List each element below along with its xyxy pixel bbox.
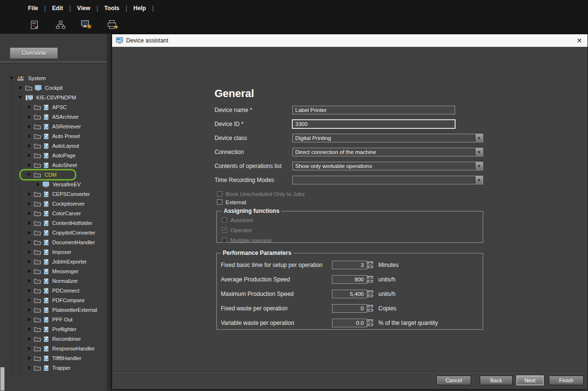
- collapse-arrow-icon[interactable]: [27, 114, 31, 119]
- tree-item-autosheet[interactable]: AutoSheet: [27, 160, 106, 170]
- tree-item-cepsconverter[interactable]: CEPSConverter: [27, 189, 106, 199]
- tree-item-recombiner[interactable]: Recombiner: [27, 334, 106, 344]
- spinner-up-icon[interactable]: ▲: [367, 304, 374, 309]
- collapse-arrow-icon[interactable]: [27, 298, 31, 303]
- tree-item-auto-preset[interactable]: Auto Preset: [27, 131, 106, 141]
- tree-item-contenthotfolder[interactable]: ContentHotfolder: [27, 218, 106, 228]
- tree-item-autolayout[interactable]: AutoLayout: [27, 141, 106, 151]
- scrollbar-thumb[interactable]: [0, 367, 5, 391]
- menu-edit[interactable]: Edit: [52, 5, 63, 12]
- spinner-down-icon[interactable]: ▼: [367, 265, 374, 270]
- maximum-production-speed-input[interactable]: 5,400: [332, 290, 367, 298]
- cancel-button[interactable]: Cancel: [436, 376, 471, 385]
- collapse-arrow-icon[interactable]: [27, 105, 31, 110]
- collapse-arrow-icon[interactable]: [27, 336, 31, 341]
- chevron-down-icon[interactable]: ▼: [475, 134, 483, 142]
- collapse-arrow-icon[interactable]: [36, 182, 40, 187]
- collapse-arrow-icon[interactable]: [27, 240, 31, 245]
- collapse-arrow-icon[interactable]: [27, 211, 31, 216]
- tree-item-pdfcompare[interactable]: PDFCompare: [27, 295, 106, 305]
- collapse-arrow-icon[interactable]: [27, 230, 31, 235]
- collapse-arrow-icon[interactable]: [27, 307, 31, 312]
- device-class-select[interactable]: Digital Printing▼: [292, 134, 483, 142]
- collapse-arrow-icon[interactable]: [27, 288, 31, 293]
- spinner-down-icon[interactable]: ▼: [367, 309, 374, 313]
- tree-item-jobimexporter[interactable]: JobImExporter: [27, 257, 106, 266]
- menu-tools[interactable]: Tools: [104, 5, 119, 12]
- device-id-input[interactable]: 3300: [292, 120, 455, 128]
- collapse-arrow-icon[interactable]: [27, 163, 31, 168]
- collapse-arrow-icon[interactable]: [27, 259, 31, 264]
- tree-item-documenthandler[interactable]: DocumentHandler: [27, 237, 106, 247]
- connection-select[interactable]: Direct connection of the machine▼: [292, 148, 483, 156]
- spinner-up-icon[interactable]: ▲: [367, 319, 374, 323]
- collapse-arrow-icon[interactable]: [27, 250, 31, 254]
- expand-arrow-icon[interactable]: [18, 95, 23, 100]
- tree-item-messenger[interactable]: Messenger: [27, 266, 106, 276]
- spinner-up-icon[interactable]: ▲: [367, 275, 374, 280]
- tree-item-autopage[interactable]: AutoPage: [27, 151, 106, 160]
- process-overview-icon[interactable]: [54, 19, 67, 30]
- collapse-arrow-icon[interactable]: [27, 153, 31, 158]
- collapse-arrow-icon[interactable]: [27, 134, 31, 139]
- average-production-speed-input[interactable]: 800: [332, 275, 367, 284]
- time-recording-modes-select[interactable]: ▼: [292, 176, 483, 184]
- tree-item-normalizer[interactable]: Normalizer: [27, 276, 106, 286]
- tree-item-asretriever[interactable]: ASRetriever: [27, 122, 106, 131]
- tree-item-cdm[interactable]: CDM: [27, 170, 106, 180]
- tree-item-system[interactable]: System: [10, 73, 106, 83]
- collapse-arrow-icon[interactable]: [27, 124, 31, 129]
- operations-list-contents-select[interactable]: Show only workable operations▼: [292, 162, 483, 170]
- collapse-arrow-icon[interactable]: [27, 356, 31, 361]
- fixed-basic-time-input[interactable]: 3: [332, 261, 367, 269]
- collapse-arrow-icon[interactable]: [27, 365, 31, 370]
- tree-item-kie-c6vpndpm[interactable]: KIE-C6VPNDPM: [18, 93, 106, 102]
- collapse-arrow-icon[interactable]: [27, 346, 31, 351]
- collapse-arrow-icon[interactable]: [27, 269, 31, 274]
- collapse-arrow-icon[interactable]: [27, 192, 31, 196]
- menu-file[interactable]: File: [28, 5, 38, 12]
- tree-item-cockpit[interactable]: Cockpit: [18, 83, 106, 93]
- printer-settings-icon[interactable]: [106, 19, 119, 30]
- spinner-up-icon[interactable]: ▲: [367, 290, 374, 294]
- tab-overview[interactable]: Overview: [10, 47, 58, 59]
- collapse-arrow-icon[interactable]: [27, 143, 31, 148]
- collapse-arrow-icon[interactable]: [27, 327, 31, 332]
- tree-item-ppf-out[interactable]: PPF Out: [27, 315, 106, 324]
- tree-item-preflighter[interactable]: Preflighter: [27, 324, 106, 334]
- finish-button[interactable]: Finish: [549, 376, 584, 385]
- collapse-arrow-icon[interactable]: [18, 85, 23, 90]
- tree-item-colorcarver[interactable]: ColorCarver: [27, 209, 106, 218]
- collapse-arrow-icon[interactable]: [27, 221, 31, 225]
- tree-item-cockpitserver[interactable]: Cockpitserver: [27, 199, 106, 209]
- device-settings-icon[interactable]: [80, 19, 93, 30]
- spinner-down-icon[interactable]: ▼: [367, 294, 374, 299]
- expand-arrow-icon[interactable]: [27, 172, 31, 177]
- back-button[interactable]: Back: [480, 376, 513, 385]
- spinner-down-icon[interactable]: ▼: [367, 323, 374, 328]
- external-checkbox[interactable]: [217, 199, 222, 205]
- fixed-waste-input[interactable]: 0: [332, 304, 367, 313]
- spinner-up-icon[interactable]: ▲: [367, 261, 374, 265]
- collapse-arrow-icon[interactable]: [27, 279, 31, 283]
- variable-waste-input[interactable]: 0.0: [332, 319, 367, 327]
- collapse-arrow-icon[interactable]: [27, 317, 31, 322]
- tree-item-imposer[interactable]: Imposer: [27, 247, 106, 257]
- preflight-check-icon[interactable]: ABC: [28, 19, 41, 30]
- chevron-down-icon[interactable]: ▼: [475, 176, 483, 184]
- tree-item-tiffbhandler[interactable]: TiffBHandler: [27, 353, 106, 363]
- tree-item-pdconnect[interactable]: PDConnect: [27, 286, 106, 295]
- tree-item-versafireev[interactable]: VersafireEV: [36, 180, 106, 189]
- menu-help[interactable]: Help: [133, 5, 146, 12]
- expand-arrow-icon[interactable]: [10, 76, 14, 81]
- tree-item-asarchiver[interactable]: ASArchiver: [27, 112, 106, 122]
- collapse-arrow-icon[interactable]: [27, 201, 31, 206]
- device-name-input[interactable]: Label Printer: [292, 106, 455, 114]
- next-button[interactable]: Next: [516, 376, 544, 385]
- menu-view[interactable]: View: [77, 5, 90, 12]
- tree-item-trapper[interactable]: Trapper: [27, 363, 106, 373]
- tree-item-responsehandler[interactable]: ResponseHandler: [27, 344, 106, 353]
- chevron-down-icon[interactable]: ▼: [475, 148, 483, 156]
- spinner-down-icon[interactable]: ▼: [367, 280, 374, 284]
- close-icon[interactable]: ✕: [575, 37, 584, 44]
